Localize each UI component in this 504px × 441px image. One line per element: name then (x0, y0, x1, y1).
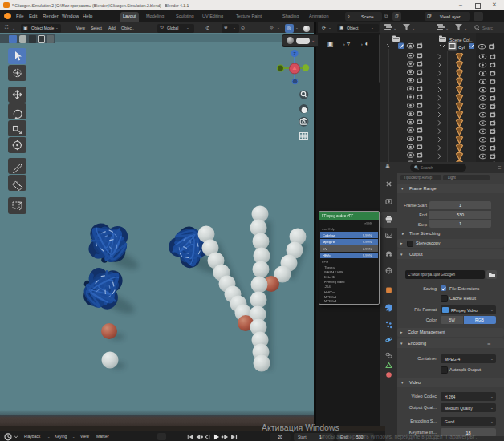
svg-text:⌄: ⌄ (445, 26, 449, 30)
svg-text:⌄: ⌄ (464, 26, 467, 30)
svg-text:Cyl: Cyl (458, 45, 465, 50)
svg-text:⌄: ⌄ (393, 26, 396, 30)
svg-text:Searc: Searc (482, 26, 494, 30)
svg-text:Scene Col..: Scene Col.. (449, 38, 473, 42)
svg-text:⌄: ⌄ (412, 26, 415, 30)
